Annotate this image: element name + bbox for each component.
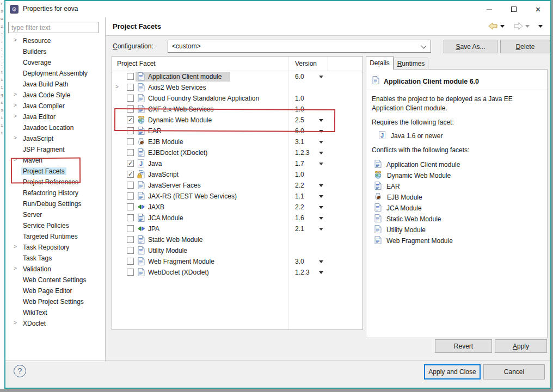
forward-history-dropdown-icon[interactable] [525,25,530,30]
help-icon[interactable]: ? [14,365,26,377]
chevron-right-icon[interactable]: > [14,265,17,271]
facet-row-jca-module[interactable]: JCA Module1.6 [112,213,362,223]
version-dropdown-icon[interactable] [319,152,323,157]
chevron-right-icon[interactable]: > [14,135,17,141]
version-dropdown-icon[interactable] [319,184,323,189]
tab-details[interactable]: Details [366,56,394,70]
facet-checkbox[interactable] [127,192,134,200]
facet-checkbox[interactable] [127,247,134,254]
version-dropdown-icon[interactable] [319,228,323,233]
facet-checkbox[interactable] [127,138,134,145]
version-dropdown-icon[interactable] [319,271,323,276]
minimize-button[interactable] [477,1,501,17]
chevron-right-icon[interactable]: > [14,244,17,250]
tab-runtimes[interactable]: Runtimes [394,58,428,70]
sidebar-item-maven[interactable]: >Maven [5,155,105,166]
facet-row-web-fragment-module[interactable]: Web Fragment Module3.0 [112,256,362,267]
sidebar-item-web-content-settings[interactable]: Web Content Settings [5,275,105,285]
close-button[interactable]: ✕ [526,1,550,17]
facet-checkbox[interactable] [127,258,134,265]
facet-checkbox[interactable] [127,214,134,221]
facet-row-application-client-module[interactable]: Application Client module6.0 [112,71,362,82]
facet-row-java[interactable]: ✓JJava1.7 [112,158,362,169]
chevron-right-icon[interactable]: > [14,37,17,43]
facet-checkbox[interactable] [127,236,134,243]
sidebar-item-java-build-path[interactable]: Java Build Path [5,79,105,90]
chevron-right-icon[interactable]: > [14,113,17,119]
column-header-version[interactable]: Version [295,60,317,67]
chevron-right-icon[interactable]: > [14,157,17,163]
facet-row-cloud-foundry-standalone-application[interactable]: Cloud Foundry Standalone Application1.0 [112,93,362,104]
sidebar-item-run-debug-settings[interactable]: Run/Debug Settings [5,198,105,209]
sidebar-item-jsp-fragment[interactable]: JSP Fragment [5,144,105,155]
facet-row-ear[interactable]: EAR6.0 [112,126,362,136]
sidebar-item-java-editor[interactable]: >Java Editor [5,111,105,122]
sidebar-item-task-tags[interactable]: Task Tags [5,253,105,264]
sidebar-item-builders[interactable]: Builders [5,46,105,57]
apply-and-close-button[interactable]: Apply and Close [424,364,481,379]
facet-row-utility-module[interactable]: Utility Module [112,245,362,256]
configuration-select[interactable]: <custom> [168,40,431,53]
facet-row-axis2-web-services[interactable]: >Axis2 Web Services [112,82,362,93]
sidebar-item-coverage[interactable]: Coverage [5,57,105,68]
sidebar-item-deployment-assembly[interactable]: Deployment Assembly [5,68,105,79]
facet-row-jpa[interactable]: JPA2.1 [112,223,362,234]
delete-button[interactable]: Delete [500,40,550,53]
sidebar-item-resource[interactable]: >Resource [5,35,105,46]
facet-checkbox[interactable] [127,73,134,80]
facet-checkbox[interactable] [127,225,134,232]
facet-checkbox[interactable]: ✓ [127,116,134,123]
sidebar-item-java-compiler[interactable]: >Java Compiler [5,101,105,111]
version-dropdown-icon[interactable] [319,217,323,222]
revert-button[interactable]: Revert [435,339,492,353]
version-dropdown-icon[interactable] [319,141,323,146]
version-dropdown-icon[interactable] [319,195,323,200]
chevron-right-icon[interactable]: > [14,102,17,108]
version-dropdown-icon[interactable] [319,206,323,211]
facet-checkbox[interactable] [127,269,134,276]
chevron-right-icon[interactable]: > [14,91,17,97]
forward-arrow-icon[interactable] [513,22,523,30]
chevron-right-icon[interactable]: > [115,84,119,90]
facet-checkbox[interactable]: ✓ [127,160,134,167]
sidebar-item-server[interactable]: Server [5,209,105,220]
facet-checkbox[interactable] [127,182,134,189]
facet-row-javaserver-faces[interactable]: JavaServer Faces2.2 [112,180,362,191]
sidebar-item-web-project-settings[interactable]: Web Project Settings [5,296,105,307]
facet-row-jaxb[interactable]: JAXB2.2 [112,202,362,213]
facet-checkbox[interactable] [127,84,134,91]
sidebar-item-project-references[interactable]: Project References [5,177,105,188]
sidebar-item-targeted-runtimes[interactable]: Targeted Runtimes [5,231,105,242]
apply-button[interactable]: Apply [495,339,547,353]
facet-row-ejb-module[interactable]: EJB Module3.1 [112,136,362,147]
facet-row-dynamic-web-module[interactable]: ✓Dynamic Web Module2.5 [112,115,362,126]
column-header-project-facet[interactable]: Project Facet [117,60,156,67]
cancel-button[interactable]: Cancel [483,364,545,379]
facet-checkbox[interactable]: ✓ [127,171,134,178]
sidebar-item-validation[interactable]: >Validation [5,264,105,275]
facet-checkbox[interactable] [127,105,134,113]
chevron-right-icon[interactable]: > [14,320,17,326]
sidebar-item-java-code-style[interactable]: >Java Code Style [5,90,105,101]
sidebar-item-project-facets[interactable]: Project Facets [5,166,105,177]
sidebar-item-wikitext[interactable]: WikiText [5,307,105,318]
sidebar-item-service-policies[interactable]: Service Policies [5,220,105,231]
version-dropdown-icon[interactable] [319,130,323,135]
facet-row-static-web-module[interactable]: Static Web Module [112,234,362,245]
back-history-dropdown-icon[interactable] [500,25,505,30]
facet-checkbox[interactable] [127,95,134,102]
facet-checkbox[interactable] [127,149,134,156]
version-dropdown-icon[interactable] [319,119,323,124]
facet-checkbox[interactable] [127,203,134,210]
title-bar[interactable]: ⚙ Properties for eova ✕ [5,1,550,17]
maximize-button[interactable] [501,1,526,17]
filter-input[interactable] [8,22,99,33]
sidebar-item-refactoring-history[interactable]: Refactoring History [5,188,105,198]
sidebar-item-javadoc-location[interactable]: Javadoc Location [5,122,105,133]
version-dropdown-icon[interactable] [319,260,323,265]
facet-row-javascript[interactable]: ✓JavaScript1.0 [112,169,362,180]
view-menu-icon[interactable] [538,25,543,30]
facet-checkbox[interactable] [127,127,134,134]
sidebar-item-task-repository[interactable]: >Task Repository [5,242,105,253]
facet-row-webdoclet-xdoclet[interactable]: WebDoclet (XDoclet)1.2.3 [112,267,362,278]
